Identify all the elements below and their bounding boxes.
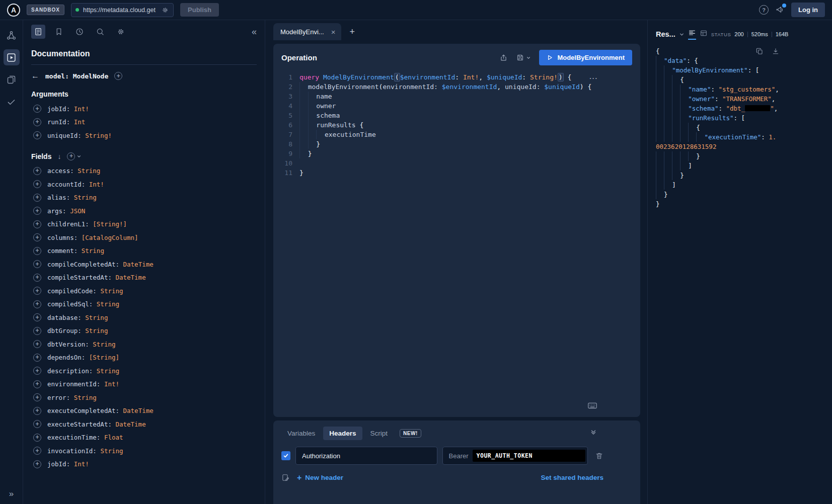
collapse-panel-button[interactable] <box>590 429 597 436</box>
argument-row[interactable]: +runId: Int <box>33 116 257 129</box>
connection-settings-gear-icon[interactable] <box>161 6 169 14</box>
field-row[interactable]: +jobId: Int! <box>33 458 257 471</box>
field-row[interactable]: +compiledCode: String <box>33 284 257 298</box>
field-row[interactable]: +alias: String <box>33 191 257 205</box>
docs-collapse-button[interactable]: « <box>252 27 257 36</box>
formatted-view-button[interactable] <box>688 29 696 40</box>
add-to-query-icon[interactable]: + <box>33 260 41 268</box>
delete-header-button[interactable] <box>595 452 603 460</box>
add-to-query-icon[interactable]: + <box>33 233 41 241</box>
add-to-query-icon[interactable]: + <box>33 300 41 308</box>
field-row[interactable]: +accountId: Int! <box>33 178 257 191</box>
add-to-query-icon[interactable]: + <box>33 118 41 126</box>
argument-row[interactable]: +jobId: Int! <box>33 102 257 116</box>
header-value-field[interactable]: Bearer YOUR_AUTH_TOKEN <box>442 447 588 465</box>
add-to-query-icon[interactable]: + <box>33 220 41 228</box>
add-to-query-icon[interactable]: + <box>33 247 41 255</box>
add-to-query-icon[interactable]: + <box>33 393 41 401</box>
argument-row[interactable]: +uniqueId: String! <box>33 129 257 142</box>
field-row[interactable]: +database: String <box>33 311 257 324</box>
add-to-query-icon[interactable]: + <box>33 274 41 282</box>
field-row[interactable]: +dbtVersion: String <box>33 338 257 351</box>
edit-headers-icon[interactable] <box>281 473 290 482</box>
copy-response-button[interactable] <box>755 47 764 55</box>
field-row[interactable]: +description: String <box>33 364 257 378</box>
field-row[interactable]: +args: JSON <box>33 204 257 218</box>
download-response-button[interactable] <box>772 47 780 55</box>
add-to-query-icon[interactable]: + <box>33 380 41 388</box>
set-shared-headers-link[interactable]: Set shared headers <box>541 474 603 481</box>
query-editor[interactable]: 1234567891011 query ModelByEnvironment($… <box>273 70 640 417</box>
table-view-button[interactable] <box>700 29 708 39</box>
add-to-query-icon[interactable]: + <box>33 434 41 442</box>
add-to-query-icon[interactable]: + <box>33 367 41 375</box>
field-row[interactable]: +compiledSql: String <box>33 298 257 311</box>
field-row[interactable]: +childrenL1: [String!] <box>33 218 257 231</box>
field-row[interactable]: +executionTime: Float <box>33 431 257 445</box>
docs-tab-history[interactable] <box>72 25 87 39</box>
add-to-query-icon[interactable]: + <box>33 105 41 113</box>
add-to-query-icon[interactable]: + <box>33 447 41 455</box>
add-to-query-icon[interactable]: + <box>33 354 41 362</box>
run-operation-button[interactable]: ModelByEnvironment <box>539 50 632 65</box>
add-to-query-icon[interactable]: + <box>33 287 41 295</box>
docs-tab-bookmarks[interactable] <box>52 25 66 39</box>
rail-expand-button[interactable]: » <box>9 489 14 499</box>
header-enabled-checkbox[interactable] <box>281 451 290 460</box>
close-tab-icon[interactable]: × <box>331 28 336 36</box>
add-type-to-query-icon[interactable]: + <box>114 72 122 80</box>
add-to-query-icon[interactable]: + <box>33 167 41 175</box>
field-row[interactable]: +compileCompletedAt: DateTime <box>33 258 257 271</box>
add-to-query-icon[interactable]: + <box>33 313 41 321</box>
field-row[interactable]: +access: String <box>33 164 257 178</box>
add-all-fields-button[interactable]: + <box>67 152 82 160</box>
sort-fields-icon[interactable]: ↓ <box>57 152 61 160</box>
operation-tab[interactable]: ModelByEnvi... × <box>273 23 341 40</box>
save-operation-button[interactable] <box>516 53 531 62</box>
editor-menu-button[interactable]: ... <box>589 73 598 80</box>
field-row[interactable]: +compileStartedAt: DateTime <box>33 271 257 285</box>
add-to-query-icon[interactable]: + <box>33 340 41 348</box>
add-to-query-icon[interactable]: + <box>33 194 41 202</box>
field-row[interactable]: +executeStartedAt: DateTime <box>33 417 257 431</box>
graph-endpoint-input[interactable]: https://metadata.cloud.get <box>71 3 174 17</box>
new-header-button[interactable]: + New header <box>297 474 343 482</box>
back-button[interactable]: ← <box>31 72 39 80</box>
add-to-query-icon[interactable]: + <box>33 420 41 428</box>
field-row[interactable]: +executeCompletedAt: DateTime <box>33 404 257 418</box>
rail-item-schema[interactable] <box>4 27 20 43</box>
field-row[interactable]: +columns: [CatalogColumn] <box>33 231 257 244</box>
docs-tab-documentation[interactable] <box>31 25 45 39</box>
share-operation-button[interactable] <box>499 53 508 62</box>
field-row[interactable]: +error: String <box>33 391 257 404</box>
field-row[interactable]: +invocationId: String <box>33 444 257 458</box>
field-row[interactable]: +environmentId: Int! <box>33 378 257 391</box>
rail-item-explorer[interactable] <box>4 49 20 65</box>
announcements-button[interactable] <box>775 5 785 15</box>
help-button[interactable]: ? <box>759 5 769 15</box>
chevron-down-icon[interactable] <box>679 32 685 37</box>
docs-tab-settings[interactable] <box>114 25 128 39</box>
login-button[interactable]: Log in <box>791 3 825 17</box>
add-to-query-icon[interactable]: + <box>33 327 41 335</box>
keyboard-shortcuts-button[interactable] <box>587 400 598 411</box>
rail-item-checks[interactable] <box>4 94 20 110</box>
add-to-query-icon[interactable]: + <box>33 460 41 468</box>
add-to-query-icon[interactable]: + <box>33 180 41 188</box>
docs-tab-search[interactable] <box>93 25 107 39</box>
add-to-query-icon[interactable]: + <box>33 207 41 215</box>
tab-headers[interactable]: Headers <box>323 427 362 440</box>
new-tab-button[interactable]: + <box>349 27 355 36</box>
tab-script[interactable]: Script <box>364 427 394 440</box>
rail-item-collections[interactable] <box>4 71 20 88</box>
response-selector[interactable]: Res... <box>656 30 675 38</box>
add-to-query-icon[interactable]: + <box>33 407 41 415</box>
apollo-logo[interactable]: A <box>7 4 20 17</box>
editor-code[interactable]: query ModelByEnvironment($environmentId:… <box>292 72 640 417</box>
add-to-query-icon[interactable]: + <box>33 131 41 139</box>
field-row[interactable]: +comment: String <box>33 244 257 258</box>
field-row[interactable]: +dependsOn: [String] <box>33 351 257 365</box>
field-row[interactable]: +dbtGroup: String <box>33 324 257 338</box>
publish-button[interactable]: Publish <box>180 3 219 17</box>
header-key-input[interactable] <box>295 447 437 465</box>
